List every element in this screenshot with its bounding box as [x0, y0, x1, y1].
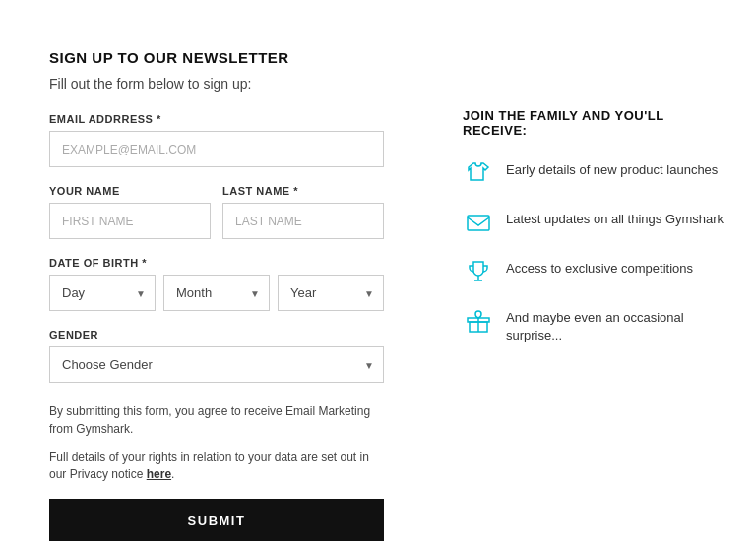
day-select-wrapper: Day 1234 5678 9101112 13141516 17181920 …	[49, 275, 156, 311]
trophy-icon	[463, 256, 494, 287]
benefit-text-4: And maybe even an occasional surprise...	[506, 305, 726, 344]
legal-text-2: Full details of your rights in relation …	[49, 448, 384, 483]
gender-group: GENDER Choose Gender Male Female Prefer …	[49, 329, 384, 383]
last-name-group: LAST NAME *	[222, 185, 384, 239]
email-group: EMAIL ADDRRESS *	[49, 113, 384, 167]
page-title: SIGN UP TO OUR NEWSLETTER	[49, 49, 384, 66]
email-label: EMAIL ADDRRESS *	[49, 113, 384, 125]
last-name-input[interactable]	[222, 203, 384, 239]
benefit-text-2: Latest updates on all things Gymshark	[506, 207, 724, 228]
right-panel: JOIN THE FAMILY AND YOU'LL RECEIVE: Earl…	[433, 30, 756, 559]
year-select-wrapper: Year 202420232010 200019991998 199019851…	[278, 275, 384, 311]
benefit-text-3: Access to exclusive competitions	[506, 256, 693, 278]
day-select[interactable]: Day 1234 5678 9101112 13141516 17181920 …	[49, 275, 156, 311]
year-select[interactable]: Year 202420232010 200019991998 199019851…	[278, 275, 384, 311]
tshirt-icon	[463, 157, 494, 189]
page-subtitle: Fill out the form below to sign up:	[49, 76, 384, 92]
name-row: YOUR NAME LAST NAME *	[49, 185, 384, 257]
email-icon	[463, 207, 494, 238]
year-group: Year 202420232010 200019991998 199019851…	[278, 275, 384, 311]
month-select-wrapper: Month JanuaryFebruaryMarch AprilMayJune …	[163, 275, 270, 311]
email-input[interactable]	[49, 131, 384, 167]
your-name-label: YOUR NAME	[49, 185, 211, 197]
legal-text-1: By submitting this form, you agree to re…	[49, 403, 384, 438]
month-select[interactable]: Month JanuaryFebruaryMarch AprilMayJune …	[163, 275, 270, 311]
day-group: Day 1234 5678 9101112 13141516 17181920 …	[49, 275, 156, 311]
gender-select-wrapper: Choose Gender Male Female Prefer not to …	[49, 346, 384, 383]
benefit-item-4: And maybe even an occasional surprise...	[463, 305, 726, 344]
gender-select[interactable]: Choose Gender Male Female Prefer not to …	[49, 346, 384, 383]
benefit-item-3: Access to exclusive competitions	[463, 256, 726, 287]
first-name-group: YOUR NAME	[49, 185, 211, 239]
dob-row: Day 1234 5678 9101112 13141516 17181920 …	[49, 275, 384, 311]
privacy-link[interactable]: here	[147, 467, 171, 481]
gift-icon	[463, 305, 494, 337]
gender-label: GENDER	[49, 329, 384, 341]
benefit-item-2: Latest updates on all things Gymshark	[463, 207, 726, 238]
last-name-label: LAST NAME *	[222, 185, 384, 197]
benefit-text-1: Early details of new product launches	[506, 157, 718, 179]
first-name-input[interactable]	[49, 203, 211, 239]
month-group: Month JanuaryFebruaryMarch AprilMayJune …	[163, 275, 270, 311]
svg-rect-0	[468, 216, 489, 230]
submit-button[interactable]: SUBMIT	[49, 499, 384, 541]
right-panel-title: JOIN THE FAMILY AND YOU'LL RECEIVE:	[463, 49, 726, 138]
dob-label: DATE OF BIRTH *	[49, 257, 384, 269]
dob-group: DATE OF BIRTH * Day 1234 5678 9101112 13…	[49, 257, 384, 311]
benefit-item-1: Early details of new product launches	[463, 157, 726, 189]
